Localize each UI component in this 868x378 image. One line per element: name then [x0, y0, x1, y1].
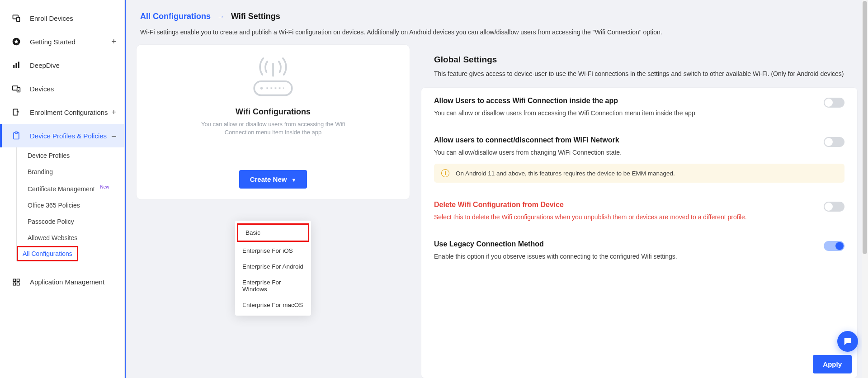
sidebar-item-enroll-devices[interactable]: Enroll Devices [0, 6, 124, 30]
svg-point-8 [19, 91, 19, 91]
sidebar-item-label: Application Management [30, 278, 104, 286]
breadcrumb: All Configurations → Wifi Settings [126, 0, 868, 24]
enroll-config-icon [11, 107, 22, 118]
svg-point-17 [260, 87, 263, 89]
clipboard-icon [11, 130, 22, 141]
expand-icon: + [111, 37, 116, 47]
breadcrumb-link[interactable]: All Configurations [140, 12, 211, 21]
global-settings-card: Allow Users to access Wifi Connection in… [421, 88, 857, 378]
page-scrollbar[interactable] [862, 0, 868, 378]
setting-title: Allow users to connect/disconnect from W… [434, 136, 813, 144]
subitem-label-selected: All Configurations [17, 246, 78, 261]
wifi-config-desc: You can allow or disallow users from acc… [187, 120, 359, 137]
toggle-legacy-connection[interactable] [824, 241, 844, 251]
global-settings-desc: This feature gives access to device-user… [434, 69, 844, 79]
subitem-office365[interactable]: Office 365 Policies [17, 197, 124, 213]
caret-down-icon: ▼ [291, 177, 296, 183]
svg-rect-4 [16, 63, 17, 68]
svg-rect-5 [18, 62, 19, 68]
devices-icon [11, 83, 22, 94]
subitem-label: Certificate Management [28, 185, 95, 193]
subitem-all-configurations[interactable]: All Configurations [17, 246, 124, 261]
grid-icon [11, 277, 22, 288]
global-settings-heading: Global Settings [434, 55, 844, 65]
sidebar-item-label: Devices [30, 85, 54, 93]
dropdown-item-macos[interactable]: Enterprise For macOS [235, 297, 311, 313]
setting-title: Delete Wifi Configuration from Device [434, 201, 813, 209]
setting-delete-wifi: Delete Wifi Configuration from Device Se… [421, 192, 857, 231]
scrollbar-thumb[interactable] [863, 1, 867, 254]
info-icon: i [441, 169, 449, 177]
enroll-devices-icon [11, 13, 22, 24]
setting-title: Allow Users to access Wifi Connection in… [434, 97, 813, 105]
apply-bar: Apply [813, 355, 852, 373]
info-banner: i On Android 11 and above, this features… [434, 164, 844, 183]
apply-button[interactable]: Apply [813, 355, 852, 373]
sidebar-item-deepdive[interactable]: DeepDive [0, 53, 124, 77]
setting-desc: Enable this option if you observe issues… [434, 252, 813, 261]
subitem-allowed-websites[interactable]: Allowed Websites [17, 230, 124, 246]
create-new-label: Create New [250, 175, 287, 183]
setting-allow-wifi-access: Allow Users to access Wifi Connection in… [421, 88, 857, 127]
setting-desc: You can allow or disallow users from acc… [434, 109, 813, 118]
main-content: All Configurations → Wifi Settings Wi-Fi… [125, 0, 868, 378]
dropdown-item-basic[interactable]: Basic [237, 223, 309, 242]
sidebar-item-enrollment-configurations[interactable]: Enrollment Configurations + [0, 100, 124, 124]
svg-rect-3 [13, 65, 14, 68]
arrow-right-icon: → [217, 13, 224, 20]
breadcrumb-current: Wifi Settings [231, 12, 280, 21]
dropdown-item-android[interactable]: Enterprise For Android [235, 259, 311, 274]
wifi-config-title: Wifi Configurations [236, 107, 311, 117]
svg-rect-12 [13, 279, 15, 281]
expand-icon: + [111, 108, 116, 117]
dropdown-item-ios[interactable]: Enterprise For iOS [235, 243, 311, 259]
bars-icon [11, 60, 22, 71]
sidebar-item-label: DeepDive [30, 61, 60, 69]
subitem-certificate-management[interactable]: Certificate Management New [17, 180, 124, 197]
create-new-button[interactable]: Create New ▼ [239, 170, 307, 189]
subitem-passcode-policy[interactable]: Passcode Policy [17, 213, 124, 230]
wifi-configurations-card: Wifi Configurations You can allow or dis… [137, 45, 410, 199]
svg-rect-16 [254, 81, 292, 95]
sidebar-item-label: Enrollment Configurations [30, 109, 108, 116]
page-subtitle: Wi-Fi settings enable you to create and … [126, 24, 868, 45]
global-settings-column: Global Settings This feature gives acces… [421, 45, 857, 378]
svg-rect-1 [17, 17, 20, 21]
svg-rect-15 [17, 283, 19, 285]
star-icon [11, 36, 22, 47]
router-icon [248, 57, 298, 103]
global-settings-header: Global Settings This feature gives acces… [421, 45, 857, 88]
sidebar-item-device-profiles-policies[interactable]: Device Profiles & Policies – [0, 124, 124, 147]
sidebar-item-label: Getting Started [30, 38, 75, 46]
sidebar-item-devices[interactable]: Devices [0, 77, 124, 100]
setting-desc: Select this to delete the Wifi configura… [434, 213, 813, 222]
sidebar-item-label: Enroll Devices [30, 14, 73, 22]
setting-allow-connect-disconnect: Allow users to connect/disconnect from W… [421, 127, 857, 192]
create-new-dropdown: Basic Enterprise For iOS Enterprise For … [235, 221, 311, 316]
sidebar: Enroll Devices Getting Started + DeepDiv… [0, 0, 125, 378]
sidebar-item-label: Device Profiles & Policies [30, 132, 107, 140]
toggle-delete-wifi[interactable] [824, 202, 844, 212]
chat-widget-button[interactable] [837, 331, 858, 352]
sidebar-item-application-management[interactable]: Application Management [0, 270, 124, 294]
new-badge: New [100, 184, 109, 189]
toggle-allow-connect-disconnect[interactable] [824, 137, 844, 147]
svg-rect-13 [17, 279, 19, 281]
toggle-allow-wifi-access[interactable] [824, 98, 844, 108]
sidebar-item-getting-started[interactable]: Getting Started + [0, 30, 124, 53]
collapse-icon: – [112, 131, 116, 141]
setting-legacy-connection: Use Legacy Connection Method Enable this… [421, 231, 857, 270]
dropdown-item-windows[interactable]: Enterprise For Windows [235, 274, 311, 297]
setting-desc: You can allow/disallow users from changi… [434, 148, 813, 157]
sidebar-subitems: Device Profiles Branding Certificate Man… [16, 147, 124, 261]
setting-title: Use Legacy Connection Method [434, 240, 813, 248]
info-banner-text: On Android 11 and above, this features r… [456, 170, 675, 177]
svg-rect-11 [15, 132, 18, 133]
subitem-branding[interactable]: Branding [17, 164, 124, 180]
svg-rect-14 [13, 283, 15, 285]
subitem-device-profiles[interactable]: Device Profiles [17, 147, 124, 164]
